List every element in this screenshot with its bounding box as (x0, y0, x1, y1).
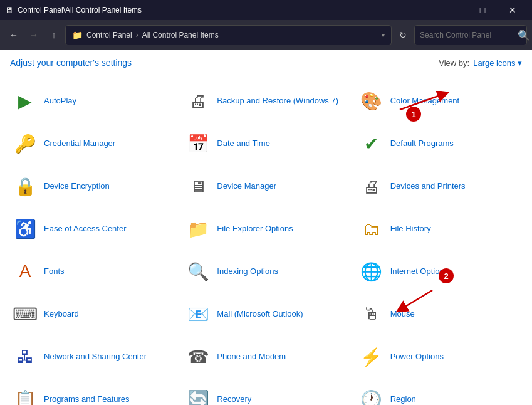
recovery-icon: 🔄 (185, 387, 211, 405)
device-enc-icon: 🔒 (13, 174, 38, 199)
grid-item-internet[interactable]: 🌐Internet Options (353, 250, 526, 293)
mouse-label: Mouse (390, 309, 415, 320)
search-icon: 🔍 (518, 29, 530, 41)
internet-label: Internet Options (390, 266, 449, 277)
minimize-button[interactable]: — (438, 0, 467, 20)
file-explorer-label: File Explorer Options (217, 224, 293, 234)
close-button[interactable]: ✕ (498, 0, 527, 20)
grid-item-file-explorer[interactable]: 📁File Explorer Options (179, 208, 352, 250)
view-by: View by: Large icons ▾ (439, 58, 522, 68)
address-chevron: ▾ (382, 32, 385, 39)
grid-item-indexing[interactable]: 🔍Indexing Options (179, 250, 352, 293)
keyboard-label: Keyboard (44, 309, 79, 320)
mail-icon: 📧 (185, 302, 211, 327)
devices-icon: 🖨 (359, 174, 384, 199)
grid-item-color[interactable]: 🎨Color Management (353, 80, 526, 122)
keyboard-icon: ⌨ (13, 302, 38, 327)
power-icon: ⚡ (359, 344, 384, 369)
grid-item-region[interactable]: 🕐Region (353, 378, 526, 405)
title-bar: 🖥 Control Panel\All Control Panel Items … (0, 0, 532, 20)
grid-item-fonts[interactable]: AFonts (6, 250, 179, 293)
grid-item-datetime[interactable]: 📅Date and Time (179, 122, 352, 165)
grid-item-programs[interactable]: 📋Programs and Features (6, 378, 179, 405)
backup-label: Backup and Restore (Windows 7) (217, 96, 338, 107)
devices-label: Devices and Printers (390, 181, 466, 192)
grid-item-network[interactable]: 🖧Network and Sharing Center (6, 335, 179, 378)
network-label: Network and Sharing Center (44, 352, 147, 362)
device-mgr-label: Device Manager (217, 181, 276, 192)
title-bar-controls: — □ ✕ (438, 0, 527, 20)
grid-item-file-history[interactable]: 🗂File History (353, 208, 526, 250)
default-label: Default Programs (390, 139, 454, 149)
content: Adjust your computer's settings View by:… (0, 50, 532, 405)
phone-label: Phone and Modem (217, 352, 286, 362)
default-icon: ✔ (359, 131, 384, 156)
grid-item-backup[interactable]: 🖨Backup and Restore (Windows 7) (179, 80, 352, 122)
maximize-button[interactable]: □ (468, 0, 497, 20)
autoplay-label: AutoPlay (44, 96, 76, 107)
grid-item-phone[interactable]: ☎Phone and Modem (179, 335, 352, 378)
back-button[interactable]: ← (5, 26, 23, 44)
file-explorer-icon: 📁 (185, 216, 211, 241)
title-bar-title: Control Panel\All Control Panel Items (18, 6, 438, 14)
autoplay-icon: ▶ (13, 88, 38, 113)
credential-label: Credential Manager (44, 139, 115, 149)
address-bar: ← → ↑ 📁 Control Panel › All Control Pane… (0, 20, 532, 50)
programs-icon: 📋 (13, 387, 38, 405)
address-text: Control Panel › All Control Panel Items (86, 31, 219, 39)
programs-label: Programs and Features (44, 394, 130, 405)
ease-icon: ♿ (13, 216, 38, 241)
page-title: Adjust your computer's settings (10, 58, 132, 68)
main-area: Adjust your computer's settings View by:… (0, 50, 532, 405)
backup-icon: 🖨 (185, 88, 211, 113)
datetime-label: Date and Time (217, 139, 270, 149)
region-label: Region (390, 394, 416, 405)
view-by-dropdown[interactable]: Large icons ▾ (473, 58, 522, 68)
network-icon: 🖧 (13, 344, 38, 369)
items-grid: ▶AutoPlay🖨Backup and Restore (Windows 7)… (0, 73, 532, 405)
view-by-label: View by: (439, 58, 469, 68)
ease-label: Ease of Access Center (44, 224, 127, 234)
device-mgr-icon: 🖥 (185, 174, 211, 199)
mail-label: Mail (Microsoft Outlook) (217, 309, 303, 320)
grid-item-default[interactable]: ✔Default Programs (353, 122, 526, 165)
grid-item-mouse[interactable]: 🖱Mouse (353, 293, 526, 335)
fonts-icon: A (13, 259, 38, 284)
content-header: Adjust your computer's settings View by:… (0, 50, 532, 73)
grid-item-recovery[interactable]: 🔄Recovery (179, 378, 352, 405)
title-bar-icon: 🖥 (5, 5, 14, 15)
indexing-icon: 🔍 (185, 259, 211, 284)
grid-item-devices[interactable]: 🖨Devices and Printers (353, 165, 526, 208)
internet-icon: 🌐 (359, 259, 384, 284)
device-enc-label: Device Encryption (44, 181, 110, 192)
search-box[interactable]: 🔍 (414, 25, 527, 45)
grid-item-power[interactable]: ⚡Power Options (353, 335, 526, 378)
datetime-icon: 📅 (185, 131, 211, 156)
forward-button[interactable]: → (25, 26, 43, 44)
grid-item-autoplay[interactable]: ▶AutoPlay (6, 80, 179, 122)
mouse-icon: 🖱 (359, 302, 384, 327)
color-label: Color Management (390, 96, 460, 107)
file-history-icon: 🗂 (359, 216, 384, 241)
up-button[interactable]: ↑ (45, 26, 63, 44)
refresh-button[interactable]: ↻ (394, 26, 412, 44)
grid-item-keyboard[interactable]: ⌨Keyboard (6, 293, 179, 335)
fonts-label: Fonts (44, 266, 65, 277)
grid-item-ease[interactable]: ♿Ease of Access Center (6, 208, 179, 250)
grid-item-device-mgr[interactable]: 🖥Device Manager (179, 165, 352, 208)
recovery-label: Recovery (217, 394, 251, 405)
grid-item-credential[interactable]: 🔑Credential Manager (6, 122, 179, 165)
search-input[interactable] (420, 31, 514, 39)
region-icon: 🕐 (359, 387, 384, 405)
credential-icon: 🔑 (13, 131, 38, 156)
grid-item-mail[interactable]: 📧Mail (Microsoft Outlook) (179, 293, 352, 335)
color-icon: 🎨 (359, 88, 384, 113)
power-label: Power Options (390, 352, 444, 362)
indexing-label: Indexing Options (217, 266, 278, 277)
file-history-label: File History (390, 224, 431, 234)
address-field[interactable]: 📁 Control Panel › All Control Panel Item… (65, 25, 392, 45)
phone-icon: ☎ (185, 344, 211, 369)
grid-item-device-enc[interactable]: 🔒Device Encryption (6, 165, 179, 208)
